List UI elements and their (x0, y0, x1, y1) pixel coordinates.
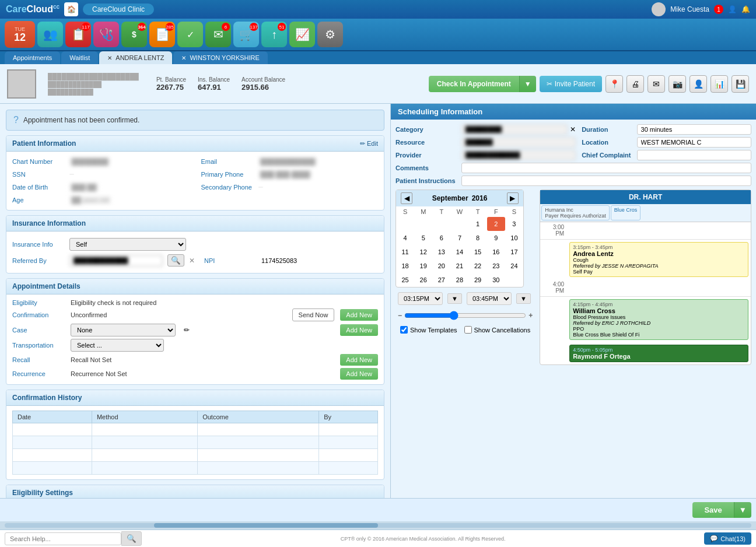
appt-raymond[interactable]: 4:50pm - 5:05pm Raymond F Ortega (540, 342, 751, 364)
category-input[interactable] (461, 124, 568, 135)
location-input[interactable] (637, 137, 751, 148)
case-select[interactable]: None (71, 324, 176, 336)
add-new-case-button[interactable]: Add New (340, 324, 378, 336)
cal-day-17[interactable]: 17 (505, 245, 523, 259)
clinical-btn[interactable]: 🩺 (93, 22, 119, 47)
add-new-confirmation-button[interactable]: Add New (340, 309, 378, 321)
invite-patient-button[interactable]: ✂ Invite Patient (540, 76, 602, 92)
person-icon-btn[interactable]: 👤 (690, 75, 707, 93)
email-icon-btn[interactable]: ✉ (648, 75, 665, 93)
send-now-button[interactable]: Send Now (292, 308, 335, 321)
chart-btn[interactable]: 📈 (289, 22, 315, 47)
location-icon-btn[interactable]: 📍 (606, 75, 623, 93)
cal-day-25[interactable]: 25 (396, 273, 414, 287)
appt-card-andrea[interactable]: 3:15pm - 3:45pm Andrea Lentz Cough Refer… (569, 242, 748, 277)
patient-instructions-input[interactable] (461, 176, 751, 186)
add-new-recurrence-button[interactable]: Add New (340, 368, 378, 380)
cart-btn[interactable]: 🛒137 (233, 22, 259, 47)
check-btn[interactable]: ✓ (177, 22, 203, 47)
show-cancellations-checkbox[interactable] (464, 326, 472, 334)
money-btn[interactable]: $364 (121, 22, 147, 47)
edit-patient-button[interactable]: ✏ Edit (360, 140, 378, 148)
tab-close-icon-2[interactable]: ✕ (181, 55, 186, 61)
scrollbar-h[interactable] (0, 521, 756, 530)
tab-waitlist[interactable]: Waitlist (61, 51, 98, 64)
insurance-info-select[interactable]: Self (69, 238, 186, 251)
home-icon[interactable]: 🏠 (64, 2, 78, 16)
comments-input[interactable] (461, 163, 751, 173)
cal-day-8[interactable]: 8 (469, 231, 487, 245)
cal-day-27[interactable]: 27 (432, 273, 450, 287)
appt-andrea[interactable]: 3:15pm - 3:45pm Andrea Lentz Cough Refer… (540, 240, 751, 279)
start-time-down-btn[interactable]: ▼ (447, 293, 462, 304)
print-icon-btn[interactable]: 🖨 (626, 75, 644, 93)
cal-day-19[interactable]: 19 (414, 259, 432, 273)
nav-icon-1[interactable]: 👤 (728, 5, 737, 13)
cal-day-10[interactable]: 10 (505, 231, 523, 245)
chat-button[interactable]: 💬 Chat(13) (704, 532, 751, 545)
mail-btn[interactable]: ✉6 (205, 22, 231, 47)
cal-day-11[interactable]: 11 (396, 245, 414, 259)
chief-complaint-input[interactable] (637, 150, 751, 160)
cal-day-16[interactable]: 16 (487, 245, 505, 259)
cal-day-13[interactable]: 13 (432, 245, 450, 259)
zoom-slider[interactable] (404, 311, 526, 320)
cal-day-22[interactable]: 22 (469, 259, 487, 273)
show-templates-label[interactable]: Show Templates (400, 326, 457, 334)
cal-day-29[interactable]: 29 (469, 273, 487, 287)
show-templates-checkbox[interactable] (400, 326, 408, 334)
appt-card-william[interactable]: 4:15pm - 4:45pm William Cross Blood Pres… (569, 299, 748, 340)
scroll-thumb[interactable] (154, 523, 378, 528)
cal-day-24[interactable]: 24 (505, 259, 523, 273)
save-button[interactable]: Save (692, 502, 733, 518)
cal-day-14[interactable]: 14 (450, 245, 468, 259)
export-icon-btn[interactable]: 📊 (710, 75, 728, 93)
cal-day-5[interactable]: 5 (414, 231, 432, 245)
cal-day-12[interactable]: 12 (414, 245, 432, 259)
cal-day-30[interactable]: 30 (487, 273, 505, 287)
duration-input[interactable] (637, 124, 751, 135)
cal-day-2[interactable]: 2 (487, 217, 505, 231)
category-clear-icon[interactable]: ✕ (570, 125, 576, 134)
prev-month-btn[interactable]: ◀ (401, 192, 412, 204)
camera-icon-btn[interactable]: 📷 (668, 75, 686, 93)
show-cancellations-label[interactable]: Show Cancellations (464, 326, 531, 334)
cal-day-7[interactable]: 7 (450, 231, 468, 245)
appt-william[interactable]: 4:15pm - 4:45pm William Cross Blood Pres… (540, 297, 751, 342)
resource-input[interactable] (461, 137, 576, 148)
end-time-down-btn[interactable]: ▼ (516, 293, 531, 304)
case-edit-icon[interactable]: ✏ (184, 326, 190, 334)
cal-day-1[interactable]: 1 (469, 217, 487, 231)
referred-clear-btn[interactable]: ✕ (189, 257, 195, 265)
referred-search-btn[interactable]: 🔍 (167, 254, 184, 267)
referred-by-input[interactable] (69, 255, 163, 267)
cal-day-20[interactable]: 20 (432, 259, 450, 273)
cal-day-15[interactable]: 15 (469, 245, 487, 259)
cal-day-9[interactable]: 9 (487, 231, 505, 245)
checkin-dropdown-button[interactable]: ▼ (519, 76, 536, 92)
provider-input[interactable] (461, 150, 576, 160)
notification-badge[interactable]: 1 (714, 5, 723, 14)
save-dropdown-button[interactable]: ▼ (734, 502, 751, 518)
cal-day-6[interactable]: 6 (432, 231, 450, 245)
cal-day-21[interactable]: 21 (450, 259, 468, 273)
appointments-btn[interactable]: 👥 (37, 22, 63, 47)
cal-day-26[interactable]: 26 (414, 273, 432, 287)
search-help-input[interactable] (5, 532, 121, 545)
next-month-btn[interactable]: ▶ (507, 192, 519, 204)
cal-day-23[interactable]: 23 (487, 259, 505, 273)
start-time-select[interactable]: 03:15PM (398, 292, 443, 305)
zoom-minus-btn[interactable]: − (398, 311, 402, 320)
gear-btn[interactable]: ⚙ (317, 22, 343, 47)
reports-btn[interactable]: 📄285 (149, 22, 175, 47)
tasks-btn[interactable]: 📋117 (65, 22, 91, 47)
zoom-plus-btn[interactable]: + (528, 311, 533, 320)
end-time-select[interactable]: 03:45PM (467, 292, 512, 305)
add-new-recall-button[interactable]: Add New (340, 354, 378, 366)
transportation-select[interactable]: Select ... (71, 339, 164, 352)
appt-card-raymond[interactable]: 4:50pm - 5:05pm Raymond F Ortega (569, 345, 748, 362)
arrow-btn[interactable]: ↑51 (261, 22, 287, 47)
cal-day-18[interactable]: 18 (396, 259, 414, 273)
tab-appointments[interactable]: Appointments (5, 51, 60, 64)
tab-andrea[interactable]: ✕ ANDREA LENTZ (99, 51, 172, 64)
